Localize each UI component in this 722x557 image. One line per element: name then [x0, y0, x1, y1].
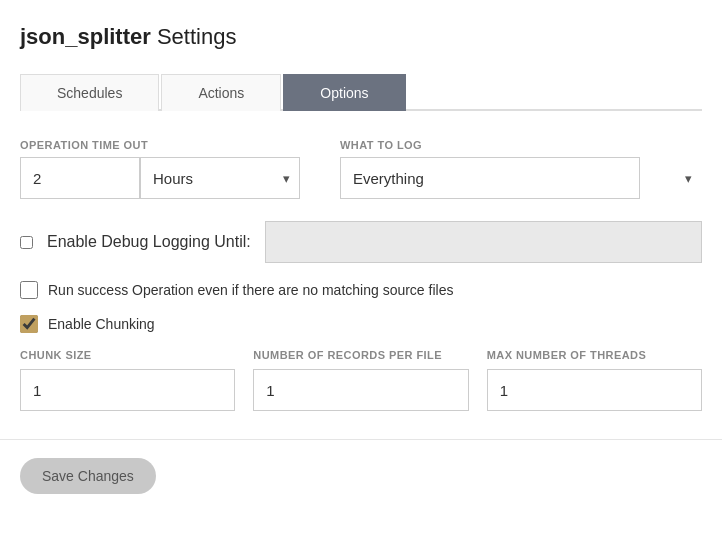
debug-logging-checkbox[interactable] — [20, 236, 33, 249]
run-success-checkbox[interactable] — [20, 281, 38, 299]
timeout-number-input[interactable] — [20, 157, 140, 199]
what-to-log-wrapper: Everything Errors Only Nothing ▾ — [340, 157, 702, 199]
enable-chunking-label[interactable]: Enable Chunking — [48, 316, 155, 332]
tab-options[interactable]: Options — [283, 74, 405, 111]
max-threads-field: MAX NUMBER OF THREADS — [487, 349, 702, 411]
tabs-bar: Schedules Actions Options — [20, 72, 702, 111]
records-per-file-label: NUMBER OF RECORDS PER FILE — [253, 349, 468, 361]
save-changes-button[interactable]: Save Changes — [20, 458, 156, 494]
timeout-unit-wrapper: Minutes Hours Days ▾ — [140, 157, 300, 199]
page-title: json_splitter Settings — [20, 24, 702, 50]
enable-chunking-checkbox[interactable] — [20, 315, 38, 333]
what-to-log-group: WHAT TO LOG Everything Errors Only Nothi… — [340, 139, 702, 199]
tab-schedules[interactable]: Schedules — [20, 74, 159, 111]
records-per-file-field: NUMBER OF RECORDS PER FILE — [253, 349, 468, 411]
operation-timeout-group: OPERATION TIME OUT Minutes Hours Days ▾ — [20, 139, 300, 199]
max-threads-label: MAX NUMBER OF THREADS — [487, 349, 702, 361]
tab-actions[interactable]: Actions — [161, 74, 281, 111]
chunk-fields-row: CHUNK SIZE NUMBER OF RECORDS PER FILE MA… — [20, 349, 702, 411]
bottom-divider — [0, 439, 722, 440]
debug-logging-label[interactable]: Enable Debug Logging Until: — [47, 233, 251, 251]
run-success-row: Run success Operation even if there are … — [20, 281, 702, 299]
records-per-file-input[interactable] — [253, 369, 468, 411]
what-to-log-select[interactable]: Everything Errors Only Nothing — [340, 157, 640, 199]
chunk-size-label: CHUNK SIZE — [20, 349, 235, 361]
debug-logging-row: Enable Debug Logging Until: — [20, 221, 702, 263]
debug-date-input[interactable] — [265, 221, 702, 263]
timeout-unit-select[interactable]: Minutes Hours Days — [140, 157, 300, 199]
what-to-log-label: WHAT TO LOG — [340, 139, 702, 151]
max-threads-input[interactable] — [487, 369, 702, 411]
run-success-label[interactable]: Run success Operation even if there are … — [48, 282, 453, 298]
operation-timeout-label: OPERATION TIME OUT — [20, 139, 300, 151]
chunk-size-field: CHUNK SIZE — [20, 349, 235, 411]
enable-chunking-row: Enable Chunking — [20, 315, 702, 333]
chevron-down-icon: ▾ — [685, 171, 692, 186]
chunk-size-input[interactable] — [20, 369, 235, 411]
